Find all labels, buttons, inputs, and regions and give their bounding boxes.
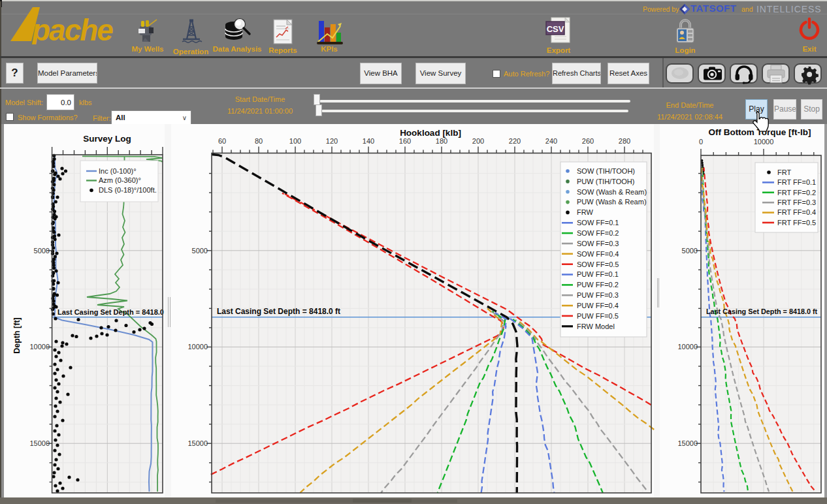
svg-text:SOW (Wash & Ream): SOW (Wash & Ream) — [577, 188, 647, 196]
svg-text:160: 160 — [399, 137, 411, 145]
svg-text:Last Casing Set Depth = 8418.0: Last Casing Set Depth = 8418.0 ft — [706, 307, 818, 315]
svg-text:SOW FF=0.4: SOW FF=0.4 — [577, 250, 619, 258]
svg-text:FRT FF=0.1: FRT FF=0.1 — [777, 178, 816, 186]
svg-text:PUW FF=0.1: PUW FF=0.1 — [577, 270, 619, 278]
svg-text:60: 60 — [218, 137, 226, 145]
svg-text:SOW FF=0.1: SOW FF=0.1 — [577, 219, 619, 227]
svg-text:PUW (TIH/TOOH): PUW (TIH/TOOH) — [577, 178, 634, 185]
svg-text:240: 240 — [545, 137, 557, 145]
svg-text:5000: 5000 — [682, 247, 698, 255]
svg-text:SOW FF=0.2: SOW FF=0.2 — [577, 229, 619, 237]
svg-text:FRT FF=0.5: FRT FF=0.5 — [777, 219, 816, 227]
svg-text:180: 180 — [436, 137, 447, 145]
svg-text:PUW FF=0.5: PUW FF=0.5 — [577, 312, 619, 320]
svg-text:10000: 10000 — [187, 343, 208, 351]
svg-text:FRW: FRW — [577, 208, 593, 216]
svg-text:280: 280 — [619, 137, 630, 145]
svg-text:PUW FF=0.4: PUW FF=0.4 — [577, 302, 619, 309]
svg-text:DLS (0-18)°/100ft.: DLS (0-18)°/100ft. — [99, 186, 157, 194]
svg-text:PUW FF=0.2: PUW FF=0.2 — [577, 281, 619, 289]
svg-text:Hookload [klb]: Hookload [klb] — [400, 128, 461, 138]
svg-text:FRT FF=0.3: FRT FF=0.3 — [777, 198, 816, 206]
svg-text:15000: 15000 — [29, 439, 50, 447]
svg-text:SOW FF=0.3: SOW FF=0.3 — [577, 240, 619, 247]
svg-text:100: 100 — [289, 137, 301, 145]
svg-text:5000: 5000 — [34, 247, 50, 255]
svg-text:260: 260 — [582, 137, 594, 145]
svg-text:Last Casing Set Depth = 8418.0: Last Casing Set Depth = 8418.0 ft — [217, 307, 340, 316]
svg-text:0: 0 — [699, 138, 703, 146]
svg-text:FRW Model: FRW Model — [577, 323, 615, 330]
svg-text:15000: 15000 — [677, 439, 698, 447]
svg-text:FRT: FRT — [777, 168, 791, 176]
svg-text:SOW FF=0.5: SOW FF=0.5 — [577, 260, 619, 268]
svg-text:200: 200 — [472, 137, 484, 145]
svg-text:Depth [ft]: Depth [ft] — [12, 317, 22, 354]
svg-text:Azm (0-360)°: Azm (0-360)° — [99, 176, 141, 184]
svg-text:80: 80 — [255, 137, 263, 145]
svg-text:10000: 10000 — [677, 343, 698, 351]
svg-text:220: 220 — [509, 137, 521, 145]
svg-text:120: 120 — [326, 137, 338, 145]
svg-text:SOW (TIH/TOOH): SOW (TIH/TOOH) — [577, 167, 635, 175]
svg-text:5000: 5000 — [192, 247, 208, 255]
svg-text:FRT FF=0.4: FRT FF=0.4 — [777, 208, 816, 216]
svg-text:10000: 10000 — [29, 343, 50, 351]
svg-text:10000: 10000 — [754, 138, 774, 146]
svg-text:FRT FF=0.2: FRT FF=0.2 — [777, 189, 816, 197]
svg-text:Survey Log: Survey Log — [83, 134, 131, 144]
svg-text:140: 140 — [363, 137, 374, 145]
svg-text:15000: 15000 — [187, 439, 208, 447]
svg-text:Inc (0-100)°: Inc (0-100)° — [99, 167, 137, 175]
svg-text:PUW FF=0.3: PUW FF=0.3 — [577, 291, 619, 299]
svg-text:PUW (Wash & Ream): PUW (Wash & Ream) — [577, 198, 647, 206]
svg-text:Last Casing Set Depth = 8418.0: Last Casing Set Depth = 8418.0 ft — [57, 308, 171, 316]
